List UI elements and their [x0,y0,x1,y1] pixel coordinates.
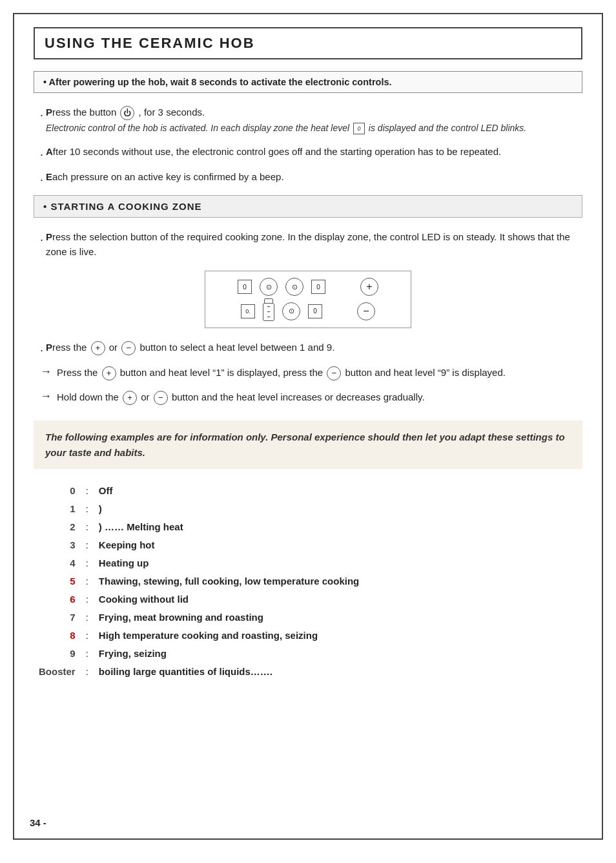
page-title: USING THE CERAMIC HOB [45,35,255,51]
heat-table-row: 7:Frying, meat browning and roasting [34,608,582,627]
heat-level-num: 2 [34,518,81,536]
bullet-content-2: After 10 seconds without use, the electr… [46,144,501,159]
heat-colon: : [81,518,94,536]
heat-desc: ) …… Melting heat [94,518,582,536]
subheading-box: • STARTING A COOKING ZONE [34,195,582,218]
heat-desc: Thawing, stewing, full cooking, low temp… [94,572,582,590]
heat-desc: Frying, seizing [94,645,582,663]
subheading-text: • STARTING A COOKING ZONE [43,201,202,212]
display-square-icon: 0 [353,123,365,134]
heat-level-num: 8 [34,627,81,645]
heat-colon: : [81,645,94,663]
bullet-1-note: Electronic control of the hob is activat… [46,123,526,133]
heat-level-num: 3 [34,536,81,554]
power-button-icon: ⏻ [120,106,134,120]
bullet-content-3: Each pressure on an active key is confir… [46,169,284,184]
first-letter-p3: P [46,342,52,353]
bullet-content-5: Press the + or − button to select a heat… [46,340,334,355]
heat-level-num: 9 [34,645,81,663]
inline-minus-icon: − [121,341,136,355]
arrow-content-2: Hold down the + or − button and the heat… [57,390,425,405]
hob-plus-1[interactable]: + [360,278,378,296]
hob-display-1: 0 [238,280,252,294]
arrow-section-1: → Press the + button and heat level “1” … [34,365,582,380]
heat-colon: : [81,500,94,518]
heat-level-num: 0 [34,482,81,500]
info-box: The following examples are for informati… [34,421,582,469]
inline-minus-icon-2: − [327,366,341,380]
bullet-dot-highlight: • [43,77,46,87]
highlight-text: • After powering up the hob, wait 8 seco… [43,77,573,87]
arrow-icon-2: → [40,390,52,403]
bullet-content-1: Press the button ⏻ , for 3 seconds. Elec… [46,105,526,135]
inline-plus-icon: + [91,341,105,355]
heat-desc: Keeping hot [94,536,582,554]
heat-desc: Heating up [94,554,582,572]
bullet-content-4: Press the selection button of the requir… [46,229,582,260]
bullet-dot-3: . [40,169,43,185]
heat-colon: : [81,663,94,681]
heat-desc: High temperature cooking and roasting, s… [94,627,582,645]
heat-table-row: 4:Heating up [34,554,582,572]
inline-plus-icon-3: + [123,391,137,405]
heat-desc: Cooking without lid [94,590,582,608]
hob-display-4: 0 [308,304,322,318]
bullet-section-main: . Press the button ⏻ , for 3 seconds. El… [34,105,582,186]
heat-level-num: Booster [34,663,81,681]
heat-level-num: 6 [34,590,81,608]
heat-desc: ) [94,500,582,518]
hob-minus-1[interactable]: − [357,302,375,320]
heat-table-row: 3:Keeping hot [34,536,582,554]
heat-colon: : [81,482,94,500]
hob-display-2: 0 [311,280,325,294]
title-section: USING THE CERAMIC HOB [34,27,582,59]
heat-table-row: Booster:boiling large quantities of liqu… [34,663,582,681]
bullet-press-plus-minus: . Press the + or − button to select a he… [34,340,582,356]
hob-sensor-1: ⊙ [260,278,278,296]
bullet-dot-1: . [40,105,43,121]
bullet-press-selection: . Press the selection button of the requ… [34,229,582,260]
bullet-dot-2: . [40,144,43,160]
heat-colon: : [81,554,94,572]
arrow-icon-1: → [40,365,52,379]
heat-colon: : [81,627,94,645]
hob-diagram: 0 ⊙ ⊙ 0 + 0. ━━━ ⊙ 0 − [205,271,411,328]
heat-desc: Off [94,482,582,500]
heat-desc: boiling large quantities of liquids……. [94,663,582,681]
highlight-box: • After powering up the hob, wait 8 seco… [34,71,582,93]
bullet-press-button: . Press the button ⏻ , for 3 seconds. El… [40,105,582,135]
heat-table-row: 8:High temperature cooking and roasting,… [34,627,582,645]
bullet-each-pressure: . Each pressure on an active key is conf… [40,169,582,185]
hob-sensor-2: ⊙ [285,278,303,296]
heat-colon: : [81,608,94,627]
bullet-after-10: . After 10 seconds without use, the elec… [40,144,582,160]
page-number: 34 - [30,817,46,828]
heat-table-row: 6:Cooking without lid [34,590,582,608]
hob-row-2: 0. ━━━ ⊙ 0 − [241,301,375,321]
page-container: USING THE CERAMIC HOB • After powering u… [13,13,603,840]
heat-colon: : [81,572,94,590]
heat-colon: : [81,536,94,554]
heat-desc: Frying, meat browning and roasting [94,608,582,627]
heat-level-num: 5 [34,572,81,590]
first-letter-a: A [46,146,53,157]
heat-colon: : [81,590,94,608]
inline-plus-icon-2: + [102,366,116,380]
first-letter-p: P [46,107,52,118]
hob-sensor-3: ⊙ [282,302,300,320]
inline-minus-icon-3: − [154,391,168,405]
heat-table-row: 2:) …… Melting heat [34,518,582,536]
heat-level-num: 1 [34,500,81,518]
bullet-dot-5: . [40,340,43,356]
heat-table-row: 5:Thawing, stewing, full cooking, low te… [34,572,582,590]
heat-level-num: 4 [34,554,81,572]
hob-display-3: 0. [241,304,255,318]
heat-table-row: 0:Off [34,482,582,500]
bullet-dot-4: . [40,229,43,245]
arrow-content-1: Press the + button and heat level “1” is… [57,365,506,380]
first-letter-e: E [46,171,52,182]
hob-row-1: 0 ⊙ ⊙ 0 + [238,278,378,296]
heat-level-num: 7 [34,608,81,627]
heat-table: 0:Off1:)2:) …… Melting heat3:Keeping hot… [34,482,582,681]
first-letter-p2: P [46,231,52,242]
